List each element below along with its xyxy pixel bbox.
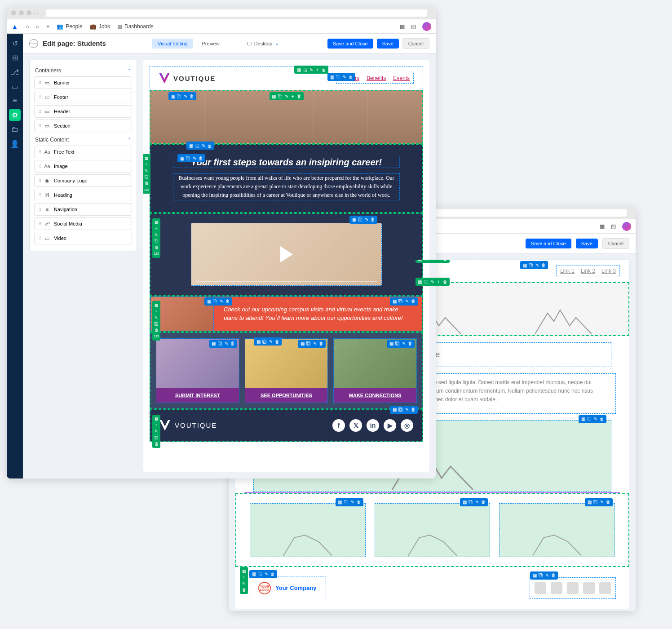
- hero-title[interactable]: Your first steps towards an insipiring c…: [173, 157, 400, 168]
- wire-card[interactable]: ▦⿻✎🗑: [250, 503, 366, 557]
- card[interactable]: ▦⿻✎🗑 SEE OPPORTUNITIES: [245, 338, 328, 403]
- company-name: Your Company: [275, 585, 317, 591]
- home-icon[interactable]: ⌂: [26, 23, 29, 30]
- globe-icon: [29, 39, 38, 48]
- cancel-button[interactable]: Cancel: [402, 38, 429, 49]
- calendar-icon[interactable]: ▦: [400, 23, 405, 30]
- video-section[interactable]: ▦+✎⿻🗑125 ▦⿻✎🗑: [150, 213, 423, 296]
- chevron-up-icon: ⌃: [128, 68, 131, 73]
- device-label[interactable]: Desktop: [254, 41, 272, 46]
- card-button[interactable]: MAKE CONNECTIONS: [334, 388, 416, 403]
- callout-section[interactable]: ▦+✎⿻🗑125 ▦⿻✎🗑 ▦⿻✎🗑 Check out our upcomin…: [150, 296, 423, 332]
- save-button[interactable]: Save: [377, 39, 399, 49]
- wire-card[interactable]: ▦⿻✎🗑: [375, 503, 491, 557]
- preview-tab[interactable]: Preview: [197, 39, 225, 49]
- footer-brand: VOUTIQUE: [159, 420, 217, 431]
- url-bar[interactable]: [46, 9, 427, 17]
- save-button[interactable]: Save: [576, 239, 598, 248]
- desktop-icon: 🖵: [247, 41, 252, 46]
- hero-text-section[interactable]: ▦+✎⿻🗑125 ▦⿻✎🗑 ▦⿻✎🗑 Your first steps towa…: [150, 144, 423, 213]
- components-panel: Containers⌃ ⠿▭Banner ⠿▭Footer ⠿▭Header ⠿…: [29, 60, 137, 251]
- wire-socials[interactable]: ▦⿻✎🗑: [530, 577, 616, 599]
- visual-editing-tab[interactable]: Visual Editing: [152, 39, 193, 49]
- jobs-nav[interactable]: 💼Jobs: [90, 23, 110, 30]
- instagram-icon[interactable]: ◎: [401, 419, 413, 432]
- twitter-icon[interactable]: 𝕏: [349, 419, 362, 432]
- nav-link[interactable]: Link 3: [601, 268, 616, 274]
- panel-item-banner[interactable]: ⠿▭Banner: [34, 76, 132, 89]
- save-close-button[interactable]: Save and Close: [526, 239, 571, 248]
- card[interactable]: ▦⿻✎🗑 SUBMIT INTEREST: [156, 338, 239, 403]
- video-progress[interactable]: [196, 281, 377, 282]
- linkedin-icon[interactable]: in: [367, 419, 379, 432]
- notes-icon[interactable]: ▤: [411, 23, 416, 30]
- canvas[interactable]: ▦⿻✎+🗑 ▦⿻✎🗑 VOUTIQUE Careers Benefits Eve…: [143, 60, 429, 472]
- sidebar-list[interactable]: ≡: [9, 95, 21, 106]
- panel-item-heading[interactable]: ⠿HHeading: [34, 189, 132, 201]
- card-button[interactable]: SUBMIT INTEREST: [156, 388, 239, 403]
- social-placeholder[interactable]: [551, 582, 562, 594]
- panel-item-header[interactable]: ⠿▭Header: [34, 105, 132, 118]
- avatar[interactable]: [622, 222, 631, 231]
- cancel-button[interactable]: Cancel: [602, 238, 629, 249]
- nav-link[interactable]: Link 1: [560, 268, 575, 274]
- video-player[interactable]: [191, 223, 382, 286]
- sidebar-form[interactable]: ▭: [9, 80, 21, 92]
- sidebar-components[interactable]: ⚙: [9, 109, 21, 121]
- card-button[interactable]: SEE OPPORTUNITIES: [245, 388, 328, 403]
- panel-item-logo[interactable]: ⠿◉Company Logo: [34, 174, 132, 187]
- search-icon[interactable]: ⌕: [36, 23, 39, 30]
- facebook-icon[interactable]: f: [332, 419, 345, 432]
- editor-window-main: ‹ › ▲ ⌂ ⌕ + 👥People 💼Jobs ▦Dashboards ▦ …: [7, 7, 436, 478]
- notes-icon[interactable]: ▤: [611, 223, 616, 230]
- panel-item-footer[interactable]: ⠿▭Footer: [34, 91, 132, 103]
- page-title: Edit page: Students: [43, 40, 106, 47]
- social-placeholder[interactable]: [599, 582, 611, 594]
- calendar-icon[interactable]: ▦: [600, 223, 605, 230]
- sidebar-files[interactable]: 🗀: [9, 124, 21, 135]
- wire-card[interactable]: ▦⿻✎🗑: [499, 503, 615, 557]
- wire-logo-box[interactable]: ▦⿻✎🗑 YOUR LOGO Your Company: [249, 576, 326, 600]
- chevron-up-icon: ⌃: [128, 137, 131, 142]
- logo-placeholder: YOUR LOGO: [258, 582, 271, 594]
- topbar: ▲ ⌂ ⌕ + 👥People 💼Jobs ▦Dashboards ▦ ▤: [7, 19, 436, 34]
- panel-section-containers[interactable]: Containers⌃: [34, 65, 132, 76]
- save-close-button[interactable]: Save and Close: [327, 39, 373, 49]
- panel-section-static[interactable]: Static Content⌃: [34, 134, 132, 146]
- social-placeholder[interactable]: [567, 582, 579, 594]
- panel-item-navigation[interactable]: ⠿≡Navigation: [34, 203, 132, 216]
- youtube-icon[interactable]: ▶: [384, 419, 396, 432]
- sidebar-flow[interactable]: ⎇: [9, 66, 21, 78]
- panel-item-video[interactable]: ⠿▭Video: [34, 232, 132, 244]
- add-icon[interactable]: +: [46, 23, 49, 30]
- hero-body[interactable]: Businesses want young people from all wa…: [173, 173, 400, 200]
- page-header: Edit page: Students Visual Editing Previ…: [23, 34, 436, 53]
- site-footer[interactable]: ▦+✎⿻🗑 ▦⿻✎🗑 VOUTIQUE f 𝕏 in ▶ ◎: [150, 409, 423, 442]
- card[interactable]: ▦⿻✎🗑 MAKE CONNECTIONS: [333, 338, 417, 403]
- hero-banner[interactable]: ▦⿻✎+🗑 ▦⿻✎🗑: [150, 90, 423, 144]
- social-placeholder[interactable]: [583, 582, 595, 594]
- browser-chrome: ‹ ›: [7, 7, 436, 19]
- cards-row[interactable]: ▦⿻✎🗑 SUBMIT INTEREST ▦⿻✎🗑 SEE OPPORTUNIT…: [150, 332, 423, 409]
- avatar[interactable]: [422, 22, 431, 31]
- social-placeholder[interactable]: [535, 582, 546, 594]
- nav-link[interactable]: Link 2: [581, 268, 595, 274]
- panel-item-social[interactable]: ⠿☍Social Media: [34, 217, 132, 230]
- people-nav[interactable]: 👥People: [57, 23, 82, 30]
- wire-footer: ▦+✎🗑 ▦⿻✎🗑 YOUR LOGO Your Company ▦⿻✎🗑: [235, 567, 629, 609]
- dashboards-nav[interactable]: ▦Dashboards: [117, 23, 154, 30]
- site-header[interactable]: ▦⿻✎+🗑 ▦⿻✎🗑 VOUTIQUE Careers Benefits Eve…: [150, 66, 423, 90]
- panel-item-image[interactable]: ⠿AaImage: [34, 160, 132, 173]
- wire-cards-row[interactable]: ▦⿻✎🗑 ▦⿻✎🗑 ▦⿻✎🗑: [235, 493, 629, 567]
- chevron-down-icon[interactable]: ⌄: [275, 40, 279, 46]
- sidebar: ↺ ⊞ ⎇ ▭ ≡ ⚙ 🗀 👤: [7, 34, 23, 478]
- panel-item-section[interactable]: ⠿▭Section: [34, 120, 132, 132]
- sidebar-user[interactable]: 👤: [9, 138, 21, 150]
- nav-events[interactable]: Events: [393, 75, 410, 81]
- sidebar-structure[interactable]: ⊞: [9, 52, 21, 63]
- sidebar-history[interactable]: ↺: [9, 37, 21, 49]
- app-logo[interactable]: ▲: [11, 23, 18, 30]
- play-icon[interactable]: [280, 246, 293, 262]
- nav-benefits[interactable]: Benefits: [367, 75, 386, 81]
- panel-item-freetext[interactable]: ⠿AaFree Text: [34, 146, 132, 158]
